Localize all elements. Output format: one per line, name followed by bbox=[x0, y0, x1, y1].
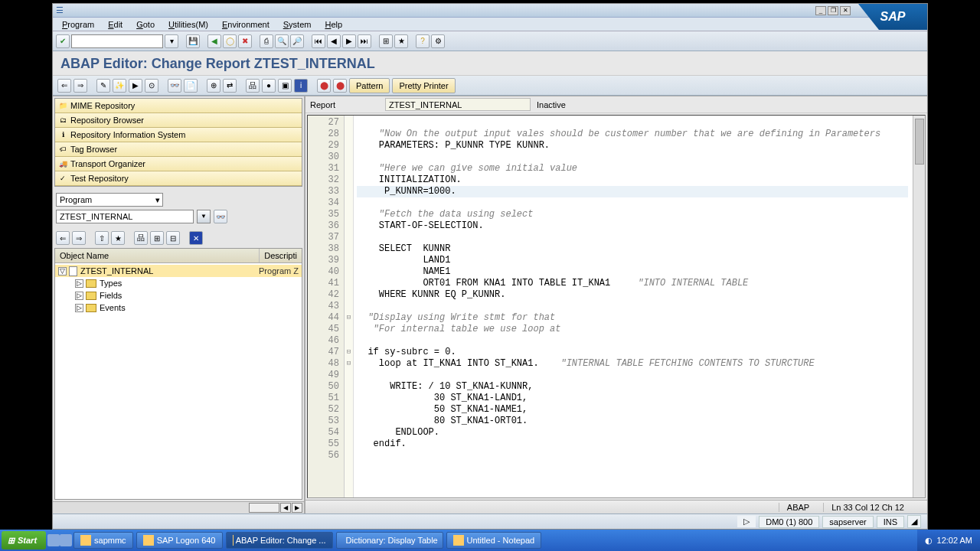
standard-toolbar: ✔ ▾ 💾 ◀ ◯ ✖ ⎙ 🔍 🔎 ⏮ ◀ ▶ ⏭ ⊞ ★ ? ⚙ bbox=[53, 31, 927, 51]
minimize-icon[interactable]: _ bbox=[815, 6, 826, 15]
status-server: sapserver bbox=[822, 516, 873, 528]
scroll-track[interactable] bbox=[249, 503, 279, 513]
pattern-button[interactable]: Pattern bbox=[349, 78, 390, 93]
tree-node-types[interactable]: ▷Types bbox=[55, 277, 302, 289]
toggle-icon[interactable]: ⇄ bbox=[223, 79, 237, 93]
nav-mime-repository[interactable]: 📁MIME Repository bbox=[55, 99, 302, 113]
taskbar-item[interactable]: Untitled - Notepad bbox=[446, 532, 542, 549]
code-editor[interactable]: 2728293031323334353637383940414243444546… bbox=[307, 115, 926, 498]
nav-repository-browser[interactable]: 🗂Repository Browser bbox=[55, 113, 302, 128]
taskbar-item[interactable]: SAP Logon 640 bbox=[136, 532, 223, 549]
nav-fwd-icon[interactable]: ⇒ bbox=[74, 79, 87, 93]
object-name-field[interactable]: ZTEST_INTERNAL bbox=[56, 210, 194, 223]
taskbar-item[interactable]: ABAP Editor: Change ... bbox=[226, 532, 333, 549]
tree-node-events[interactable]: ▷Events bbox=[55, 302, 302, 314]
menu-utilities[interactable]: Utilities(M) bbox=[162, 18, 214, 31]
nav-tag-browser[interactable]: 🏷Tag Browser bbox=[55, 142, 302, 157]
quicklaunch-icon[interactable] bbox=[47, 534, 60, 546]
tree-fwd-icon[interactable]: ⇒ bbox=[72, 231, 86, 245]
back-icon[interactable]: ◀ bbox=[207, 34, 221, 48]
tree-refresh-icon[interactable]: 品 bbox=[134, 231, 148, 245]
application-toolbar: ⇐ ⇒ ✎ ✨ ▶ ⊙ 👓 📄 ⊕ ⇄ 品 ● ▣ i ⬤ ⬤ Pattern … bbox=[53, 76, 927, 96]
nav-test-repository[interactable]: ✓Test Repository bbox=[55, 171, 302, 186]
tree-hscroll[interactable]: ◀ ▶ bbox=[53, 501, 304, 514]
test-icon[interactable]: ▶ bbox=[129, 79, 142, 93]
object-tree[interactable]: Object Name Descripti ▽ZTEST_INTERNALPro… bbox=[54, 248, 302, 500]
save-icon[interactable]: 💾 bbox=[186, 34, 200, 48]
expand-icon[interactable]: ▷ bbox=[75, 279, 83, 288]
find-next-icon[interactable]: 🔎 bbox=[290, 34, 304, 48]
display-icon[interactable]: 👓 bbox=[214, 210, 227, 223]
command-field[interactable] bbox=[71, 34, 163, 48]
set-bp-icon[interactable]: ⬤ bbox=[317, 79, 331, 93]
code-area[interactable]: "Now On the output input vales should be… bbox=[354, 116, 913, 497]
scroll-right-icon[interactable]: ▶ bbox=[292, 503, 302, 513]
status-resize-icon[interactable]: ◢ bbox=[907, 515, 921, 528]
window-menu-icon[interactable]: ☰ bbox=[56, 5, 64, 15]
system-tray[interactable]: ◐ 12:02 AM bbox=[917, 530, 980, 551]
restore-icon[interactable]: ❐ bbox=[828, 6, 838, 15]
shortcut-icon[interactable]: ★ bbox=[394, 34, 408, 48]
nav-transport-organizer[interactable]: 🚚Transport Organizer bbox=[55, 157, 302, 171]
check-icon[interactable]: ✎ bbox=[96, 79, 110, 93]
display-object-icon[interactable]: 👓 bbox=[168, 79, 181, 93]
tree-root[interactable]: ▽ZTEST_INTERNALProgram Z bbox=[55, 265, 302, 277]
tree-expand-icon[interactable]: ⊞ bbox=[150, 231, 164, 245]
first-page-icon[interactable]: ⏮ bbox=[312, 34, 325, 48]
expand-icon[interactable]: ▷ bbox=[75, 304, 83, 312]
object-type-combo[interactable]: Program ▾ bbox=[56, 193, 163, 207]
ext-bp-icon[interactable]: ⬤ bbox=[333, 79, 347, 93]
taskbar-item[interactable]: sapmmc bbox=[74, 532, 133, 549]
close-icon[interactable]: ✕ bbox=[840, 6, 851, 15]
tree-back-icon[interactable]: ⇐ bbox=[56, 231, 70, 245]
tray-icon[interactable]: ◐ bbox=[925, 536, 933, 546]
menu-edit[interactable]: Edit bbox=[102, 18, 129, 31]
start-button[interactable]: ⊞ Start bbox=[2, 531, 46, 549]
quicklaunch-icon[interactable] bbox=[60, 534, 72, 546]
hierarchy-icon[interactable]: 品 bbox=[246, 79, 260, 93]
status-system[interactable]: DM0 (1) 800 bbox=[759, 516, 819, 528]
fullscreen-icon[interactable]: ▣ bbox=[278, 79, 292, 93]
vertical-scrollbar[interactable] bbox=[913, 116, 925, 497]
menu-goto[interactable]: Goto bbox=[130, 18, 161, 31]
enhance-icon[interactable]: ⊕ bbox=[207, 79, 220, 93]
print-icon[interactable]: ⎙ bbox=[260, 34, 273, 48]
next-page-icon[interactable]: ▶ bbox=[342, 34, 356, 48]
cancel-icon[interactable]: ✖ bbox=[238, 34, 252, 48]
menu-help[interactable]: Help bbox=[318, 18, 348, 31]
expand-icon[interactable]: ▷ bbox=[75, 292, 83, 300]
scroll-left-icon[interactable]: ◀ bbox=[280, 503, 291, 513]
dropdown-icon[interactable]: ▾ bbox=[165, 34, 178, 48]
menu-environment[interactable]: Environment bbox=[216, 18, 276, 31]
nav-back-icon[interactable]: ⇐ bbox=[57, 79, 71, 93]
where-used-icon[interactable]: ⊙ bbox=[145, 79, 158, 93]
tree-fav-icon[interactable]: ★ bbox=[111, 231, 125, 245]
pretty-printer-button[interactable]: Pretty Printer bbox=[392, 78, 455, 93]
app-icon bbox=[143, 535, 154, 546]
nav-repository-information-system[interactable]: ℹRepository Information System bbox=[55, 128, 302, 142]
layout-icon[interactable]: ⚙ bbox=[431, 34, 445, 48]
taskbar-item[interactable]: Dictionary: Display Table bbox=[336, 532, 443, 549]
fold-column[interactable]: ⊟⊟⊟ bbox=[345, 116, 354, 497]
enter-icon[interactable]: ✔ bbox=[56, 34, 70, 48]
combo-dropdown-icon[interactable]: ▾ bbox=[155, 195, 160, 205]
new-session-icon[interactable]: ⊞ bbox=[379, 34, 393, 48]
tree-collapse-icon[interactable]: ⊟ bbox=[166, 231, 180, 245]
last-page-icon[interactable]: ⏭ bbox=[358, 34, 371, 48]
help-icon[interactable]: ? bbox=[416, 34, 430, 48]
tree-node-fields[interactable]: ▷Fields bbox=[55, 289, 302, 302]
find-icon[interactable]: 🔍 bbox=[275, 34, 289, 48]
activate-icon[interactable]: ✨ bbox=[113, 79, 126, 93]
tree-close-icon[interactable]: ✕ bbox=[189, 231, 203, 245]
tree-up-icon[interactable]: ⇧ bbox=[95, 231, 109, 245]
object-name-dropdown-icon[interactable]: ▼ bbox=[197, 210, 211, 223]
other-object-icon[interactable]: 📄 bbox=[184, 79, 198, 93]
breakpoint-icon[interactable]: ● bbox=[262, 79, 276, 93]
prev-page-icon[interactable]: ◀ bbox=[327, 34, 341, 48]
report-name-field[interactable]: ZTEST_INTERNAL bbox=[385, 98, 531, 111]
collapse-icon[interactable]: ▽ bbox=[58, 267, 67, 276]
menu-program[interactable]: Program bbox=[56, 18, 100, 31]
info-icon[interactable]: i bbox=[294, 79, 308, 93]
menu-system[interactable]: System bbox=[277, 18, 318, 31]
exit-icon[interactable]: ◯ bbox=[223, 34, 237, 48]
